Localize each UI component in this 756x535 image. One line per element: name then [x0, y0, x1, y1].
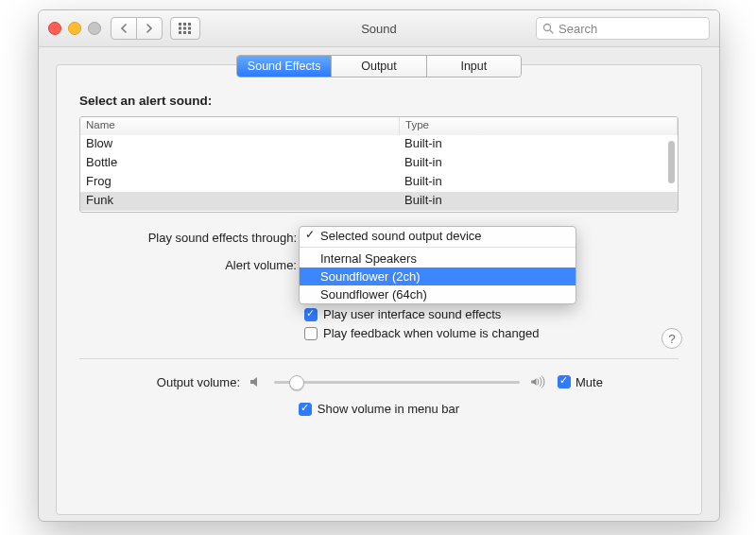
menu-item-selected-output[interactable]: ✓ Selected sound output device: [300, 227, 576, 245]
show-volume-menubar-checkbox[interactable]: [299, 403, 312, 416]
show-all-button[interactable]: [170, 17, 200, 40]
slider-thumb[interactable]: [289, 375, 304, 390]
svg-rect-5: [188, 27, 191, 30]
svg-rect-8: [188, 31, 191, 34]
menu-item-internal-speakers[interactable]: Internal Speakers: [300, 250, 576, 268]
ui-sound-effects-row: Play user interface sound effects: [304, 307, 673, 321]
nav-buttons: [111, 17, 163, 40]
minimize-icon[interactable]: [68, 22, 81, 35]
search-field[interactable]: Search: [536, 17, 710, 40]
col-name[interactable]: Name: [80, 117, 400, 135]
volume-feedback-row: Play feedback when volume is changed: [304, 326, 673, 340]
search-placeholder: Search: [558, 22, 597, 36]
menu-separator: [300, 247, 576, 248]
play-through-label: Play sound effects through:: [79, 231, 302, 245]
ui-sound-effects-label: Play user interface sound effects: [323, 307, 501, 321]
svg-line-10: [550, 30, 553, 33]
table-body: Blow Built-in Bottle Built-in Frog Built…: [80, 135, 678, 211]
scrollbar-thumb[interactable]: [668, 141, 675, 183]
volume-feedback-checkbox[interactable]: [304, 327, 318, 340]
svg-rect-0: [179, 23, 181, 26]
tabs: Sound Effects Output Input: [236, 55, 522, 78]
checkmark-icon: ✓: [305, 228, 315, 241]
content-panel: Sound Effects Output Input Select an ale…: [56, 64, 702, 515]
alert-sound-heading: Select an alert sound:: [79, 94, 212, 108]
table-row[interactable]: Frog Built-in: [80, 173, 678, 192]
svg-rect-1: [183, 23, 186, 26]
titlebar: Sound Search: [39, 10, 719, 47]
speaker-high-icon: [529, 373, 546, 390]
menu-item-soundflower-64ch[interactable]: Soundflower (64ch): [300, 285, 576, 303]
ui-sound-effects-checkbox[interactable]: [304, 308, 318, 321]
chevron-left-icon: [120, 24, 128, 33]
output-volume-row: Output volume: Mute: [79, 373, 679, 390]
table-row[interactable]: Bottle Built-in: [80, 154, 678, 173]
svg-point-9: [544, 25, 551, 31]
col-type[interactable]: Type: [400, 117, 678, 135]
show-volume-menubar-label: Show volume in menu bar: [318, 402, 459, 416]
close-icon[interactable]: [48, 22, 61, 35]
forward-button[interactable]: [136, 17, 163, 40]
svg-rect-4: [183, 27, 186, 30]
tab-sound-effects[interactable]: Sound Effects: [237, 56, 332, 77]
grid-icon: [179, 23, 192, 34]
show-volume-menubar-row: Show volume in menu bar: [57, 402, 701, 416]
search-icon: [542, 23, 554, 34]
traffic-lights: [48, 22, 101, 35]
mute-label: Mute: [576, 375, 603, 389]
table-header: Name Type: [80, 117, 678, 135]
menu-item-soundflower-2ch[interactable]: Soundflower (2ch): [300, 268, 576, 285]
alert-volume-label: Alert volume:: [79, 258, 302, 272]
sound-prefpane-window: Sound Search Sound Effects Output Input …: [38, 9, 720, 522]
output-volume-label: Output volume:: [79, 375, 248, 389]
svg-rect-2: [188, 23, 191, 26]
table-row[interactable]: Blow Built-in: [80, 135, 678, 154]
chevron-right-icon: [146, 24, 153, 33]
tab-output[interactable]: Output: [332, 56, 426, 77]
output-volume-slider[interactable]: [274, 373, 520, 390]
zoom-icon[interactable]: [88, 22, 101, 35]
svg-rect-3: [179, 27, 181, 30]
volume-feedback-label: Play feedback when volume is changed: [323, 326, 539, 340]
tab-input[interactable]: Input: [427, 56, 521, 77]
speaker-low-icon: [248, 373, 265, 390]
mute-checkbox[interactable]: [558, 375, 571, 388]
help-button[interactable]: ?: [662, 328, 682, 349]
mute-container: Mute: [558, 375, 603, 389]
svg-rect-7: [183, 31, 186, 34]
divider: [79, 358, 679, 359]
output-device-menu: ✓ Selected sound output device Internal …: [299, 226, 576, 304]
back-button[interactable]: [111, 17, 137, 40]
svg-rect-6: [179, 31, 181, 34]
alert-sound-table[interactable]: Name Type Blow Built-in Bottle Built-in …: [79, 116, 679, 213]
slider-track: [274, 381, 520, 384]
table-row[interactable]: Funk Built-in: [80, 192, 678, 211]
